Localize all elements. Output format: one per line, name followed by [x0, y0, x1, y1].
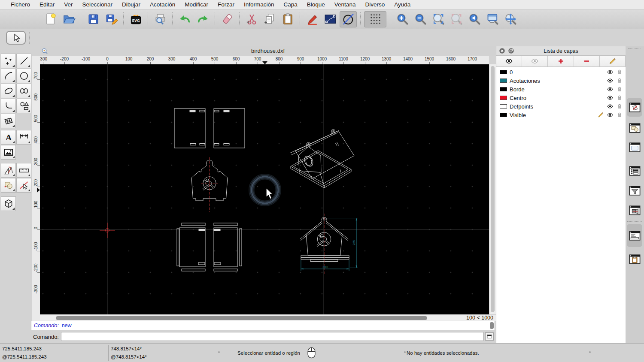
modify-tool[interactable]: [1, 178, 16, 193]
vertical-scrollbar[interactable]: [489, 64, 496, 314]
edit-layer-button[interactable]: [600, 56, 626, 66]
menu-ventana[interactable]: Ventana: [330, 1, 361, 8]
menu-modificar[interactable]: Modificar: [180, 1, 213, 8]
selection-tool-button[interactable]: [6, 31, 26, 45]
cut-button[interactable]: [243, 11, 260, 27]
dock-layers-panel-button[interactable]: [627, 98, 642, 117]
polyline-tool[interactable]: [1, 99, 16, 113]
image-tool[interactable]: [1, 145, 16, 160]
pan-button[interactable]: [502, 11, 519, 27]
remove-layer-button[interactable]: [574, 56, 600, 66]
layer-lock-toggle[interactable]: [616, 103, 623, 110]
pick-entity-tool[interactable]: [16, 178, 31, 193]
new-file-button[interactable]: [42, 11, 59, 27]
line-tool[interactable]: [16, 54, 31, 68]
point-tool[interactable]: [1, 54, 16, 68]
hatch-tool[interactable]: [1, 114, 16, 128]
layer-row-centro[interactable]: Centro: [496, 94, 626, 102]
command-history[interactable]: Comando: new: [31, 321, 495, 330]
dock-render-panel-button[interactable]: [627, 201, 642, 220]
layer-lock-toggle[interactable]: [616, 86, 623, 93]
scrollbar-thumb[interactable]: [490, 322, 494, 329]
open-file-button[interactable]: [60, 11, 77, 27]
delete-button[interactable]: [219, 11, 236, 27]
layer-row-0[interactable]: 0: [496, 68, 626, 76]
layer-visibility-toggle[interactable]: [607, 86, 614, 93]
spline-tool[interactable]: [16, 84, 31, 98]
layer-visibility-toggle[interactable]: [607, 112, 614, 118]
menu-capa[interactable]: Capa: [279, 1, 302, 8]
entity-roof-panels: [174, 109, 245, 148]
horizontal-scrollbar[interactable]: 100 < 1000: [40, 314, 496, 321]
menu-seleccionar[interactable]: Seleccionar: [78, 1, 118, 8]
selection-mode-button[interactable]: [322, 11, 339, 27]
layer-visibility-toggle[interactable]: [607, 77, 614, 84]
dock-filter-panel-button[interactable]: [627, 181, 642, 200]
command-input[interactable]: [61, 332, 483, 341]
menu-forzar[interactable]: Forzar: [213, 1, 239, 8]
layer-lock-toggle[interactable]: [616, 112, 623, 118]
zoom-out-button[interactable]: [412, 11, 429, 27]
menu-bloque[interactable]: Bloque: [302, 1, 330, 8]
shape-tool[interactable]: [16, 99, 31, 113]
add-layer-button[interactable]: [548, 56, 574, 66]
arc-tool[interactable]: [1, 69, 16, 83]
draft-tools[interactable]: [1, 163, 16, 178]
layer-lock-toggle[interactable]: [616, 94, 623, 101]
zoom-in-button[interactable]: [394, 11, 411, 27]
layer-visibility-toggle[interactable]: [607, 103, 614, 110]
solid-tool[interactable]: [1, 196, 16, 211]
dimension-tool[interactable]: [16, 130, 31, 145]
menu-dibujar[interactable]: Dibujar: [117, 1, 145, 8]
menu-diverso[interactable]: Diverso: [360, 1, 389, 8]
menu-editar[interactable]: Editar: [35, 1, 59, 8]
zoom-previous-button[interactable]: [466, 11, 483, 27]
modify-icon: [3, 180, 14, 191]
copy-button[interactable]: [261, 11, 278, 27]
grid-toggle-button[interactable]: [364, 11, 386, 27]
redo-button[interactable]: [194, 11, 211, 27]
layer-lock-toggle[interactable]: [616, 69, 623, 75]
dock-clipboard-panel-button[interactable]: [627, 250, 642, 268]
menu-fichero[interactable]: Fichero: [6, 1, 35, 8]
layer-row-acotaciones[interactable]: Acotaciones: [496, 76, 626, 85]
text-tool[interactable]: A: [1, 130, 16, 145]
layer-row-visible[interactable]: Visible: [496, 111, 626, 119]
print-preview-button[interactable]: [152, 11, 169, 27]
hide-all-layers-button[interactable]: [522, 56, 548, 66]
paste-button[interactable]: [279, 11, 296, 27]
layer-visibility-toggle[interactable]: [607, 94, 614, 101]
layer-row-borde[interactable]: Borde: [496, 85, 626, 94]
restriction-off-button[interactable]: [340, 11, 357, 27]
ellipse-tool[interactable]: [1, 84, 16, 98]
scrollbar-thumb[interactable]: [491, 66, 495, 312]
zoom-selection-button[interactable]: [448, 11, 465, 27]
zoom-auto-button[interactable]: [430, 11, 447, 27]
dock-command-panel-button[interactable]: [627, 224, 642, 247]
scrollbar-thumb[interactable]: [56, 316, 427, 320]
point-icon: [3, 55, 14, 66]
drawing-canvas[interactable]: 225 200: [40, 64, 489, 314]
layer-lock-toggle[interactable]: [616, 77, 623, 84]
edit-entity-button[interactable]: [304, 11, 321, 27]
close-panel-icon[interactable]: [499, 48, 505, 54]
zoom-window-button[interactable]: [484, 11, 501, 27]
menu-acotación[interactable]: Acotación: [145, 1, 180, 8]
dock-list-panel-button[interactable]: [627, 161, 642, 180]
dock-views-panel-button[interactable]: [627, 138, 642, 157]
svg-export-button[interactable]: SVG: [127, 11, 144, 27]
layer-row-defpoints[interactable]: Defpoints: [496, 102, 626, 111]
menu-ver[interactable]: Ver: [59, 1, 77, 8]
dock-blocks-panel-button[interactable]: [627, 118, 642, 137]
menu-ayuda[interactable]: Ayuda: [389, 1, 415, 8]
detach-panel-icon[interactable]: [508, 48, 514, 54]
circle-tool[interactable]: [16, 69, 31, 83]
save-as-button[interactable]: [103, 11, 120, 27]
command-popup-button[interactable]: [485, 332, 494, 341]
layer-visibility-toggle[interactable]: [607, 69, 614, 75]
undo-button[interactable]: [176, 11, 193, 27]
menu-información[interactable]: Información: [239, 1, 279, 8]
measure-tool[interactable]: [16, 163, 31, 178]
save-button[interactable]: [85, 11, 102, 27]
show-all-layers-button[interactable]: [496, 56, 522, 66]
